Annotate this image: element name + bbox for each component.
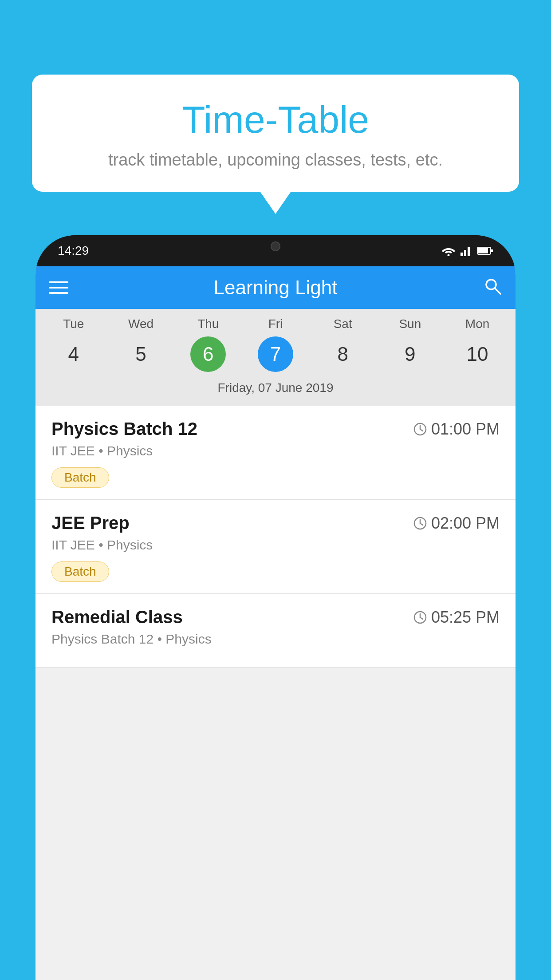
app-title: Learning Light (82, 277, 469, 299)
day-number: 4 (56, 336, 91, 372)
status-icons (441, 245, 493, 256)
class-item-header: JEE Prep02:00 PM (51, 513, 500, 533)
wifi-icon (441, 245, 456, 256)
feature-subtitle: track timetable, upcoming classes, tests… (59, 150, 492, 170)
speech-bubble-card: Time-Table track timetable, upcoming cla… (32, 75, 519, 192)
svg-line-11 (420, 429, 423, 431)
class-item[interactable]: Physics Batch 1201:00 PMIIT JEE • Physic… (35, 406, 516, 500)
clock-icon (413, 611, 427, 624)
class-subject: Physics Batch 12 • Physics (51, 632, 500, 647)
battery-icon (477, 246, 493, 255)
calendar-strip: Tue4Wed5Thu6Fri7Sat8Sun9Mon10 Friday, 07… (35, 309, 516, 406)
batch-badge: Batch (51, 467, 109, 488)
day-name: Sun (399, 317, 421, 331)
class-time: 01:00 PM (413, 420, 500, 439)
phone-notch (240, 235, 311, 257)
status-time: 14:29 (58, 244, 89, 258)
day-col-tue[interactable]: Tue4 (47, 317, 100, 372)
class-item[interactable]: Remedial Class05:25 PMPhysics Batch 12 •… (35, 594, 516, 668)
day-col-sat[interactable]: Sat8 (316, 317, 370, 372)
class-list: Physics Batch 1201:00 PMIIT JEE • Physic… (35, 406, 516, 668)
class-name: JEE Prep (51, 513, 130, 533)
day-name: Tue (63, 317, 84, 331)
day-name: Wed (128, 317, 153, 331)
day-col-mon[interactable]: Mon10 (451, 317, 504, 372)
svg-rect-1 (460, 253, 463, 256)
day-name: Fri (268, 317, 283, 331)
app-toolbar: Learning Light (35, 266, 516, 309)
camera-notch (271, 241, 280, 251)
day-name: Mon (465, 317, 489, 331)
class-time: 02:00 PM (413, 514, 500, 533)
days-row: Tue4Wed5Thu6Fri7Sat8Sun9Mon10 (35, 317, 516, 372)
class-subject: IIT JEE • Physics (51, 443, 500, 458)
class-name: Physics Batch 12 (51, 419, 197, 439)
clock-icon (413, 423, 427, 436)
day-col-wed[interactable]: Wed5 (114, 317, 168, 372)
day-col-fri[interactable]: Fri7 (249, 317, 302, 372)
class-item-header: Physics Batch 1201:00 PM (51, 419, 500, 439)
day-number: 6 (190, 336, 226, 372)
svg-line-14 (420, 523, 423, 525)
day-col-thu[interactable]: Thu6 (181, 317, 235, 372)
svg-rect-6 (491, 249, 493, 252)
hamburger-button[interactable] (49, 281, 68, 294)
clock-icon (413, 517, 427, 530)
class-item-header: Remedial Class05:25 PM (51, 607, 500, 627)
class-name: Remedial Class (51, 607, 183, 627)
feature-title: Time-Table (59, 98, 492, 142)
svg-point-7 (486, 280, 496, 289)
day-name: Thu (197, 317, 219, 331)
day-col-sun[interactable]: Sun9 (383, 317, 437, 372)
app-screen: Learning Light Tue4Wed5Thu6Fri7Sat8Sun9M… (35, 266, 516, 980)
day-name: Sat (334, 317, 352, 331)
class-time: 05:25 PM (413, 608, 500, 627)
signal-icon (460, 245, 473, 256)
phone-frame: 14:29 (35, 235, 516, 980)
svg-line-17 (420, 617, 423, 619)
svg-rect-2 (464, 250, 466, 256)
class-subject: IIT JEE • Physics (51, 537, 500, 553)
status-bar: 14:29 (35, 235, 516, 266)
day-number: 9 (392, 336, 428, 372)
svg-point-0 (448, 254, 450, 257)
class-item[interactable]: JEE Prep02:00 PMIIT JEE • PhysicsBatch (35, 500, 516, 594)
selected-date-label: Friday, 07 June 2019 (35, 376, 516, 401)
svg-rect-5 (478, 248, 488, 253)
day-number: 7 (258, 336, 293, 372)
svg-line-8 (495, 288, 500, 294)
search-button[interactable] (483, 276, 502, 300)
day-number: 8 (325, 336, 361, 372)
day-number: 5 (123, 336, 159, 372)
day-number: 10 (460, 336, 495, 372)
svg-rect-3 (468, 247, 470, 256)
batch-badge: Batch (51, 561, 109, 582)
